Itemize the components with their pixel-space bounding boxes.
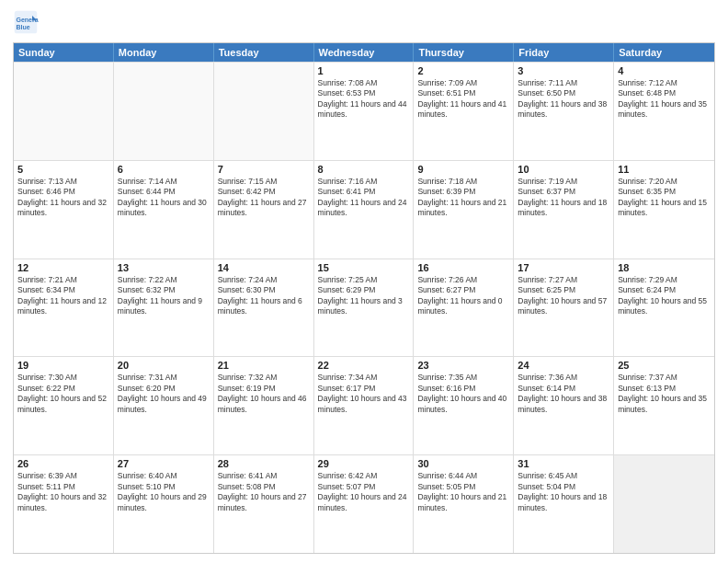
cal-cell-2-4: 16Sunrise: 7:26 AM Sunset: 6:27 PM Dayli…	[414, 259, 514, 357]
header-cell-saturday: Saturday	[614, 43, 714, 62]
cal-cell-2-3: 15Sunrise: 7:25 AM Sunset: 6:29 PM Dayli…	[314, 259, 415, 357]
cell-content: Sunrise: 6:39 AM Sunset: 5:11 PM Dayligh…	[17, 471, 109, 513]
page-header: General Blue	[13, 9, 715, 35]
cal-cell-0-4: 2Sunrise: 7:09 AM Sunset: 6:51 PM Daylig…	[414, 63, 514, 160]
cell-content: Sunrise: 7:19 AM Sunset: 6:37 PM Dayligh…	[518, 177, 609, 219]
cal-cell-4-4: 30Sunrise: 6:44 AM Sunset: 5:05 PM Dayli…	[414, 455, 514, 553]
cal-cell-1-0: 5Sunrise: 7:13 AM Sunset: 6:46 PM Daylig…	[14, 161, 114, 259]
cell-content: Sunrise: 7:34 AM Sunset: 6:17 PM Dayligh…	[318, 373, 410, 415]
cal-cell-4-3: 29Sunrise: 6:42 AM Sunset: 5:07 PM Dayli…	[314, 455, 415, 553]
cal-cell-4-5: 31Sunrise: 6:45 AM Sunset: 5:04 PM Dayli…	[514, 455, 614, 553]
cal-cell-4-0: 26Sunrise: 6:39 AM Sunset: 5:11 PM Dayli…	[14, 455, 114, 553]
cal-cell-4-6	[614, 455, 714, 553]
cal-cell-3-5: 24Sunrise: 7:36 AM Sunset: 6:14 PM Dayli…	[514, 357, 614, 454]
day-number: 24	[518, 360, 609, 371]
cal-cell-1-1: 6Sunrise: 7:14 AM Sunset: 6:44 PM Daylig…	[114, 161, 214, 259]
day-number: 11	[618, 164, 711, 175]
cal-cell-3-2: 21Sunrise: 7:32 AM Sunset: 6:19 PM Dayli…	[214, 357, 314, 454]
day-number: 13	[118, 262, 210, 273]
day-number: 6	[118, 164, 210, 175]
header-cell-sunday: Sunday	[14, 43, 114, 62]
cell-content: Sunrise: 7:29 AM Sunset: 6:24 PM Dayligh…	[618, 275, 711, 317]
cell-content: Sunrise: 6:44 AM Sunset: 5:05 PM Dayligh…	[417, 471, 509, 513]
day-number: 30	[417, 458, 509, 469]
cell-content: Sunrise: 7:35 AM Sunset: 6:16 PM Dayligh…	[417, 373, 509, 415]
header-cell-monday: Monday	[114, 43, 214, 62]
day-number: 28	[218, 458, 310, 469]
day-number: 4	[618, 65, 711, 76]
cal-cell-2-0: 12Sunrise: 7:21 AM Sunset: 6:34 PM Dayli…	[14, 259, 114, 357]
cal-cell-1-2: 7Sunrise: 7:15 AM Sunset: 6:42 PM Daylig…	[214, 161, 314, 259]
cell-content: Sunrise: 7:16 AM Sunset: 6:41 PM Dayligh…	[318, 177, 410, 219]
cell-content: Sunrise: 7:25 AM Sunset: 6:29 PM Dayligh…	[318, 275, 410, 317]
cell-content: Sunrise: 7:12 AM Sunset: 6:48 PM Dayligh…	[618, 78, 711, 121]
svg-text:Blue: Blue	[17, 24, 30, 30]
cell-content: Sunrise: 6:41 AM Sunset: 5:08 PM Dayligh…	[218, 471, 310, 513]
day-number: 25	[618, 360, 711, 371]
page: General Blue SundayMondayTuesdayWednesda…	[0, 0, 728, 563]
calendar: SundayMondayTuesdayWednesdayThursdayFrid…	[13, 42, 715, 554]
cell-content: Sunrise: 7:27 AM Sunset: 6:25 PM Dayligh…	[518, 275, 609, 317]
calendar-row-4: 26Sunrise: 6:39 AM Sunset: 5:11 PM Dayli…	[14, 454, 714, 553]
cal-cell-1-5: 10Sunrise: 7:19 AM Sunset: 6:37 PM Dayli…	[514, 161, 614, 259]
header-cell-friday: Friday	[514, 43, 614, 62]
header-cell-thursday: Thursday	[414, 43, 514, 62]
cal-cell-1-4: 9Sunrise: 7:18 AM Sunset: 6:39 PM Daylig…	[414, 161, 514, 259]
day-number: 27	[118, 458, 210, 469]
calendar-body: 1Sunrise: 7:08 AM Sunset: 6:53 PM Daylig…	[14, 62, 714, 553]
day-number: 12	[17, 262, 109, 273]
cal-cell-0-1	[114, 63, 214, 160]
cal-cell-2-5: 17Sunrise: 7:27 AM Sunset: 6:25 PM Dayli…	[514, 259, 614, 357]
cal-cell-1-6: 11Sunrise: 7:20 AM Sunset: 6:35 PM Dayli…	[614, 161, 714, 259]
calendar-header: SundayMondayTuesdayWednesdayThursdayFrid…	[14, 43, 714, 62]
cell-content: Sunrise: 7:18 AM Sunset: 6:39 PM Dayligh…	[417, 177, 509, 219]
cell-content: Sunrise: 7:31 AM Sunset: 6:20 PM Dayligh…	[118, 373, 210, 415]
cell-content: Sunrise: 7:21 AM Sunset: 6:34 PM Dayligh…	[17, 275, 109, 317]
cal-cell-3-6: 25Sunrise: 7:37 AM Sunset: 6:13 PM Dayli…	[614, 357, 714, 454]
day-number: 18	[618, 262, 711, 273]
cal-cell-0-2	[214, 63, 314, 160]
cell-content: Sunrise: 7:11 AM Sunset: 6:50 PM Dayligh…	[518, 78, 609, 121]
cal-cell-2-1: 13Sunrise: 7:22 AM Sunset: 6:32 PM Dayli…	[114, 259, 214, 357]
cell-content: Sunrise: 7:08 AM Sunset: 6:53 PM Dayligh…	[318, 78, 410, 121]
cal-cell-3-1: 20Sunrise: 7:31 AM Sunset: 6:20 PM Dayli…	[114, 357, 214, 454]
day-number: 20	[118, 360, 210, 371]
cell-content: Sunrise: 7:09 AM Sunset: 6:51 PM Dayligh…	[417, 78, 509, 121]
cell-content: Sunrise: 7:36 AM Sunset: 6:14 PM Dayligh…	[518, 373, 609, 415]
day-number: 19	[17, 360, 109, 371]
cal-cell-0-0	[14, 63, 114, 160]
calendar-row-0: 1Sunrise: 7:08 AM Sunset: 6:53 PM Daylig…	[14, 62, 714, 160]
day-number: 23	[417, 360, 509, 371]
cal-cell-2-6: 18Sunrise: 7:29 AM Sunset: 6:24 PM Dayli…	[614, 259, 714, 357]
day-number: 31	[518, 458, 609, 469]
day-number: 26	[17, 458, 109, 469]
day-number: 9	[417, 164, 509, 175]
cal-cell-0-5: 3Sunrise: 7:11 AM Sunset: 6:50 PM Daylig…	[514, 63, 614, 160]
day-number: 2	[417, 65, 509, 76]
day-number: 21	[218, 360, 310, 371]
cal-cell-1-3: 8Sunrise: 7:16 AM Sunset: 6:41 PM Daylig…	[314, 161, 415, 259]
day-number: 22	[318, 360, 410, 371]
cal-cell-0-3: 1Sunrise: 7:08 AM Sunset: 6:53 PM Daylig…	[314, 63, 415, 160]
cell-content: Sunrise: 6:40 AM Sunset: 5:10 PM Dayligh…	[118, 471, 210, 513]
cell-content: Sunrise: 7:37 AM Sunset: 6:13 PM Dayligh…	[618, 373, 711, 415]
day-number: 8	[318, 164, 410, 175]
cal-cell-4-1: 27Sunrise: 6:40 AM Sunset: 5:10 PM Dayli…	[114, 455, 214, 553]
cell-content: Sunrise: 7:13 AM Sunset: 6:46 PM Dayligh…	[17, 177, 109, 219]
day-number: 3	[518, 65, 609, 76]
logo-icon: General Blue	[13, 9, 39, 35]
calendar-row-2: 12Sunrise: 7:21 AM Sunset: 6:34 PM Dayli…	[14, 259, 714, 357]
cell-content: Sunrise: 7:32 AM Sunset: 6:19 PM Dayligh…	[218, 373, 310, 415]
cell-content: Sunrise: 6:42 AM Sunset: 5:07 PM Dayligh…	[318, 471, 410, 513]
cell-content: Sunrise: 7:30 AM Sunset: 6:22 PM Dayligh…	[17, 373, 109, 415]
cal-cell-3-4: 23Sunrise: 7:35 AM Sunset: 6:16 PM Dayli…	[414, 357, 514, 454]
day-number: 17	[518, 262, 609, 273]
cal-cell-2-2: 14Sunrise: 7:24 AM Sunset: 6:30 PM Dayli…	[214, 259, 314, 357]
header-cell-wednesday: Wednesday	[314, 43, 415, 62]
cell-content: Sunrise: 7:20 AM Sunset: 6:35 PM Dayligh…	[618, 177, 711, 219]
day-number: 16	[417, 262, 509, 273]
cal-cell-4-2: 28Sunrise: 6:41 AM Sunset: 5:08 PM Dayli…	[214, 455, 314, 553]
cell-content: Sunrise: 7:26 AM Sunset: 6:27 PM Dayligh…	[417, 275, 509, 317]
cell-content: Sunrise: 7:14 AM Sunset: 6:44 PM Dayligh…	[118, 177, 210, 219]
calendar-row-1: 5Sunrise: 7:13 AM Sunset: 6:46 PM Daylig…	[14, 160, 714, 259]
